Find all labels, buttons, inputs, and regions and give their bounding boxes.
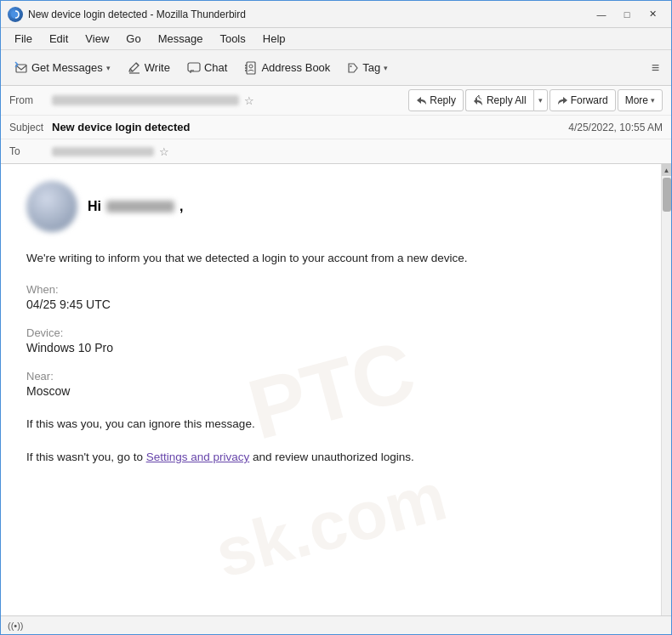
greeting-hi: Hi: [88, 199, 101, 214]
forward-button[interactable]: Forward: [550, 89, 616, 111]
app-logo: [8, 7, 23, 22]
chat-icon: [187, 61, 201, 75]
tag-dropdown-arrow[interactable]: ▾: [384, 64, 388, 72]
tag-icon: [347, 62, 359, 74]
get-messages-icon: [14, 61, 28, 75]
email-header: From ☆ Reply: [1, 86, 671, 164]
settings-privacy-link[interactable]: Settings and privacy: [146, 451, 250, 463]
email-body: PTC sk.com Hi , We're writing to inform …: [1, 164, 661, 615]
reply-all-button[interactable]: Reply All: [465, 89, 533, 111]
write-icon: [128, 61, 141, 75]
scrollbar: ▲: [661, 164, 671, 615]
svg-rect-1: [16, 65, 26, 72]
to-star-icon[interactable]: ☆: [159, 145, 169, 158]
body-paragraph: We're writing to inform you that we dete…: [26, 249, 635, 268]
from-address-blurred: [52, 95, 239, 105]
avatar: [26, 181, 77, 232]
device-field: Device: Windows 10 Pro: [26, 326, 635, 354]
scroll-thumb[interactable]: [663, 178, 671, 212]
when-value: 04/25 9:45 UTC: [26, 298, 635, 311]
menubar: File Edit View Go Message Tools Help: [1, 28, 671, 50]
close-button[interactable]: ✕: [641, 6, 664, 23]
forward-icon: [557, 95, 568, 106]
main-window: New device login detected - Mozilla Thun…: [0, 0, 672, 635]
subject-content: New device login detected 4/25/2022, 10:…: [52, 121, 663, 133]
maximize-button[interactable]: □: [615, 6, 639, 23]
email-action-buttons: Reply Reply All ▾: [408, 89, 663, 111]
reply-all-dropdown-arrow: ▾: [538, 96, 543, 105]
to-address-blurred: [52, 147, 154, 156]
tag-button[interactable]: Tag ▾: [340, 54, 395, 82]
footer-pre-text: If this wasn't you, go to: [26, 451, 146, 463]
titlebar: New device login detected - Mozilla Thun…: [1, 1, 671, 28]
subject-row: Subject New device login detected 4/25/2…: [1, 116, 671, 139]
device-value: Windows 10 Pro: [26, 341, 635, 354]
menu-go[interactable]: Go: [119, 31, 147, 47]
menu-file[interactable]: File: [8, 31, 39, 47]
from-content-row: ☆ Reply: [52, 89, 663, 111]
from-content: ☆: [52, 94, 254, 107]
titlebar-left: New device login detected - Mozilla Thun…: [8, 7, 246, 22]
email-date: 4/25/2022, 10:55 AM: [568, 122, 663, 133]
more-dropdown-arrow: ▾: [651, 96, 655, 105]
window-title: New device login detected - Mozilla Thun…: [28, 9, 246, 20]
svg-point-8: [249, 65, 253, 68]
statusbar: ((•)): [1, 615, 671, 634]
greeting-comma: ,: [179, 199, 183, 214]
reply-button[interactable]: Reply: [408, 89, 464, 111]
menu-tools[interactable]: Tools: [213, 31, 252, 47]
footer-line-1: If this was you, you can ignore this mes…: [26, 415, 635, 434]
reply-all-dropdown-button[interactable]: ▾: [533, 89, 548, 111]
minimize-button[interactable]: —: [589, 6, 613, 23]
reply-all-group: Reply All ▾: [465, 89, 548, 111]
address-book-icon: [244, 61, 258, 75]
reply-icon: [416, 95, 427, 106]
menu-edit[interactable]: Edit: [43, 31, 75, 47]
footer-line-2: If this wasn't you, go to Settings and p…: [26, 448, 635, 467]
reply-all-icon: [473, 95, 484, 106]
from-label: From: [9, 94, 52, 106]
write-button[interactable]: Write: [121, 54, 177, 82]
email-body-container: PTC sk.com Hi , We're writing to inform …: [1, 164, 671, 615]
avatar-section: Hi ,: [26, 181, 635, 232]
menu-view[interactable]: View: [78, 31, 116, 47]
subject-label: Subject: [9, 122, 52, 133]
chat-button[interactable]: Chat: [180, 54, 234, 82]
footer-post-text: and review unauthorized logins.: [249, 451, 414, 463]
avatar-image: [26, 181, 77, 232]
window-controls: — □ ✕: [589, 6, 664, 23]
more-button[interactable]: More ▾: [618, 89, 663, 111]
when-field: When: 04/25 9:45 UTC: [26, 283, 635, 311]
star-icon[interactable]: ☆: [244, 94, 254, 107]
to-row: To ☆: [1, 139, 671, 163]
recipient-name-blurred: [106, 201, 174, 213]
device-label: Device:: [26, 326, 635, 339]
svg-point-9: [350, 65, 352, 67]
toolbar: Get Messages ▾ Write Chat: [1, 50, 671, 86]
to-label: To: [9, 145, 52, 157]
address-book-button[interactable]: Address Book: [237, 54, 337, 82]
get-messages-dropdown-arrow[interactable]: ▾: [106, 64, 111, 72]
when-label: When:: [26, 283, 635, 296]
near-field: Near: Moscow: [26, 370, 635, 398]
hamburger-menu-button[interactable]: ≡: [646, 59, 664, 77]
near-value: Moscow: [26, 384, 635, 398]
greeting-text: Hi ,: [88, 199, 183, 214]
get-messages-button[interactable]: Get Messages ▾: [8, 54, 117, 82]
status-icon: ((•)): [8, 621, 24, 631]
scroll-up-button[interactable]: ▲: [662, 164, 672, 176]
near-label: Near:: [26, 370, 635, 383]
menu-message[interactable]: Message: [151, 31, 210, 47]
from-row: From ☆ Reply: [1, 86, 671, 116]
menu-help[interactable]: Help: [256, 31, 293, 47]
subject-text: New device login detected: [52, 121, 191, 133]
watermark2: sk.com: [208, 457, 454, 593]
